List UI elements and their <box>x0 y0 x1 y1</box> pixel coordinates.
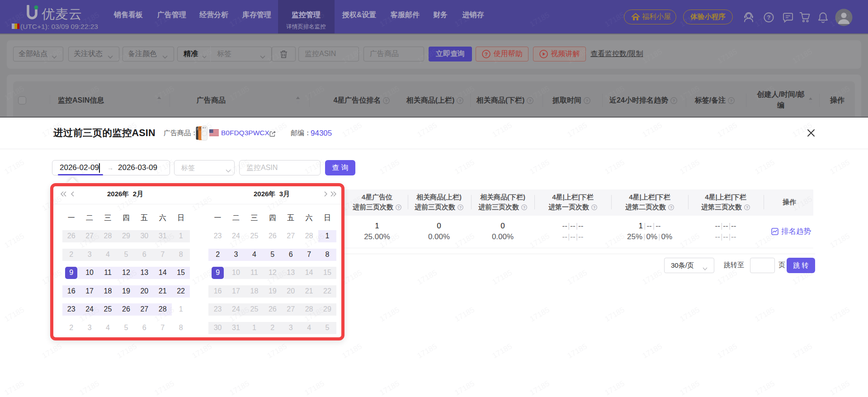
svg-text:?: ? <box>484 52 487 57</box>
svg-text:?: ? <box>767 14 771 21</box>
svg-text:?: ? <box>672 98 675 103</box>
svg-text:?: ? <box>670 205 672 209</box>
svg-text:?: ? <box>586 98 589 103</box>
svg-text:?: ? <box>746 205 748 209</box>
svg-text:?: ? <box>593 205 595 209</box>
svg-text:?: ? <box>730 98 733 103</box>
svg-text:?: ? <box>529 98 532 103</box>
